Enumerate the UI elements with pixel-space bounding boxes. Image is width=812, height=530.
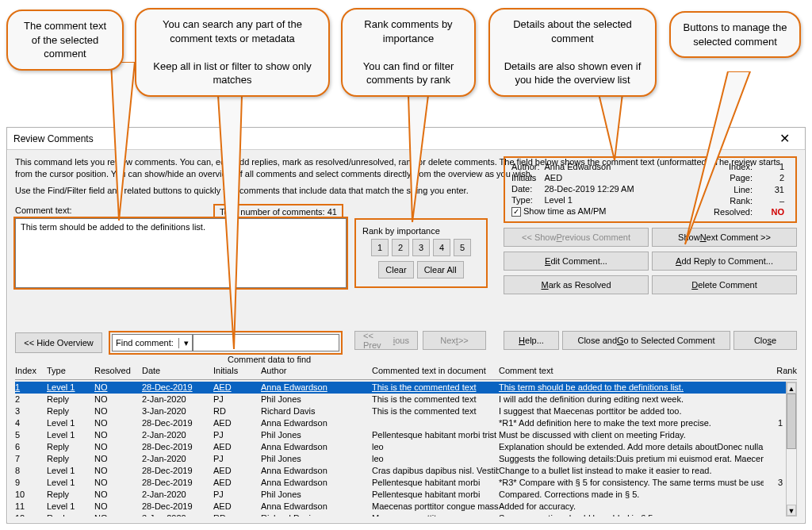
rank-clear-all-button[interactable]: Clear All	[417, 261, 464, 278]
table-row[interactable]: 9Level 1NO28-Dec-2019AEDAnna EdwardsonPe…	[15, 477, 786, 489]
table-row[interactable]: 1Level 1NO28-Dec-2019AEDAnna EdwardsonTh…	[15, 382, 786, 394]
show-previous-button[interactable]: << Show Previous Comment	[504, 228, 649, 247]
rank-3-button[interactable]: 3	[412, 239, 430, 256]
callout-rank: Rank comments by importance You can find…	[341, 8, 476, 97]
edit-comment-button[interactable]: Edit Comment...	[504, 252, 649, 271]
hide-overview-button[interactable]: << Hide Overview	[15, 332, 102, 353]
table-header: Index Type Resolved Date Initials Author…	[15, 366, 797, 380]
show-time-checkbox[interactable]: ✓	[511, 207, 521, 217]
find-mode-select[interactable]: Find comment:▾	[112, 334, 193, 351]
table-row[interactable]: 2ReplyNO2-Jan-2020PJPhil JonesThis is th…	[15, 394, 786, 405]
find-sublabel: Comment data to find	[228, 355, 311, 364]
comment-text-field[interactable]: This term should be added to the definit…	[15, 218, 347, 288]
comment-details-box: Author:Anna Edwardson InitialsAED Date:2…	[504, 156, 797, 223]
close-icon[interactable]: ✕	[768, 131, 800, 147]
table-row[interactable]: 5Level 1NO2-Jan-2020PJPhil JonesPellente…	[15, 429, 786, 441]
comment-text-label: Comment text:	[15, 205, 72, 215]
scroll-up-icon[interactable]: ▲	[787, 382, 796, 394]
rank-1-button[interactable]: 1	[371, 239, 389, 256]
scroll-thumb[interactable]	[787, 394, 796, 449]
mark-resolved-button[interactable]: Mark as Resolved	[504, 275, 649, 294]
rank-clear-button[interactable]: Clear	[378, 261, 413, 278]
table-row[interactable]: 4Level 1NO28-Dec-2019AEDAnna Edwardson*R…	[15, 417, 786, 429]
table-row[interactable]: 3ReplyNO3-Jan-2020RDRichard DavisThis is…	[15, 405, 786, 417]
table-scrollbar[interactable]: ▲ ▼	[786, 382, 797, 517]
table-row[interactable]: 8Level 1NO28-Dec-2019AEDAnna EdwardsonCr…	[15, 465, 786, 477]
callout-buttons: Buttons to manage the selected comment	[669, 11, 801, 58]
table-row[interactable]: 7ReplyNO2-Jan-2020PJPhil JonesleoSuggest…	[15, 453, 786, 465]
comments-table[interactable]: 1Level 1NO28-Dec-2019AEDAnna EdwardsonTh…	[15, 382, 786, 517]
callout-search: You can search any part of the comment t…	[135, 8, 330, 97]
scroll-down-icon[interactable]: ▼	[787, 505, 796, 516]
action-buttons-panel: << Show Previous Comment Show Next Comme…	[504, 228, 797, 296]
rank-5-button[interactable]: 5	[454, 239, 471, 256]
table-row[interactable]: 11Level 1NO28-Dec-2019AEDAnna EdwardsonM…	[15, 501, 786, 513]
rank-box: Rank by importance 1 2 3 4 5 Clear Clear…	[354, 218, 488, 288]
rank-4-button[interactable]: 4	[433, 239, 450, 256]
window-title: Review Comments	[13, 133, 94, 144]
callout-details: Details about the selected comment Detai…	[488, 8, 657, 97]
table-row[interactable]: 12ReplyNO3-Jan-2020RDRichard DavisMaecen…	[15, 513, 786, 517]
table-row[interactable]: 10ReplyNO2-Jan-2020PJPhil JonesPellentes…	[15, 489, 786, 501]
delete-comment-button[interactable]: Delete Comment	[652, 275, 797, 294]
callout-comment-text: The comment text of the selected comment	[6, 10, 124, 71]
table-row[interactable]: 6ReplyNO28-Dec-2019AEDAnna EdwardsonleoE…	[15, 441, 786, 453]
add-reply-button[interactable]: Add Reply to Comment...	[652, 252, 797, 271]
chevron-down-icon: ▾	[178, 338, 189, 348]
rank-2-button[interactable]: 2	[392, 239, 409, 256]
